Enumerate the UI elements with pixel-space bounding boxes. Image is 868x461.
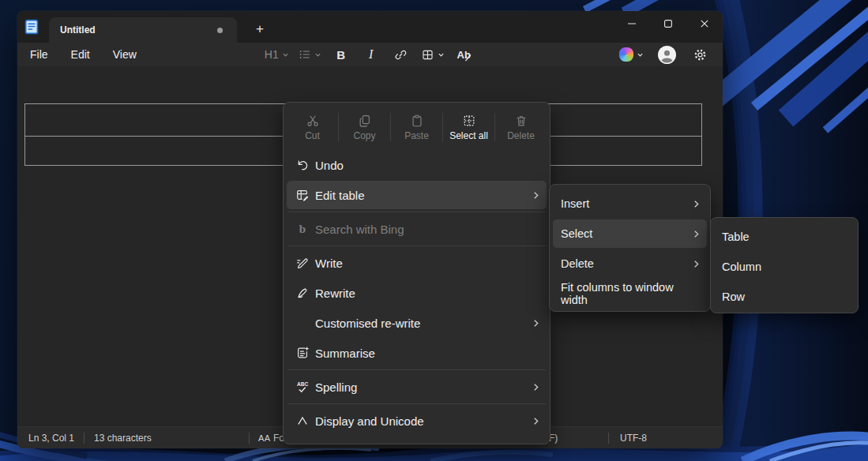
menu-file[interactable]: File <box>20 45 58 64</box>
link-icon <box>394 48 408 62</box>
summarise-icon <box>295 346 310 360</box>
chevron-down-icon <box>438 51 445 58</box>
select-all-icon <box>462 114 476 128</box>
tab-untitled[interactable]: Untitled <box>49 17 237 43</box>
cut-icon <box>306 114 320 128</box>
submenu-item-column[interactable]: Column <box>714 253 855 281</box>
chevron-right-icon <box>692 200 701 208</box>
chevron-down-icon <box>637 51 644 58</box>
edit-table-icon <box>295 188 310 202</box>
bold-icon: B <box>336 48 345 62</box>
menu-edit[interactable]: Edit <box>61 45 100 64</box>
context-menu: Cut Copy Paste Select all <box>283 102 550 444</box>
clear-formatting-icon: Ab <box>457 49 471 61</box>
delete-icon <box>514 114 528 128</box>
paste-icon <box>410 114 424 128</box>
copilot-icon <box>619 47 633 62</box>
unsaved-indicator-dot <box>217 28 223 33</box>
menu-item-customised-rewrite[interactable]: Customised re-write <box>287 309 547 337</box>
menu-separator <box>287 403 546 404</box>
undo-icon <box>295 158 310 172</box>
caret-icon <box>295 414 310 428</box>
italic-icon: I <box>369 47 373 62</box>
toolbar-right-group <box>614 45 715 64</box>
menu-separator <box>287 369 546 370</box>
rewrite-pen-icon <box>295 286 310 300</box>
write-pencil-icon <box>295 256 310 270</box>
character-count: 13 characters <box>94 433 152 444</box>
copilot-dropdown[interactable] <box>619 45 644 64</box>
menu-view[interactable]: View <box>103 45 147 64</box>
menu-item-spelling[interactable]: ABC Spelling <box>287 373 547 401</box>
close-button[interactable] <box>686 11 723 36</box>
avatar-icon <box>658 46 676 64</box>
menu-item-edit-table[interactable]: Edit table <box>287 181 547 209</box>
cut-button[interactable]: Cut <box>287 106 338 148</box>
close-icon <box>701 20 708 28</box>
maximize-icon <box>664 20 672 28</box>
maximize-button[interactable] <box>650 11 686 36</box>
notepad-app-icon <box>24 19 39 35</box>
tab-title: Untitled <box>60 24 96 36</box>
heading-style-label: H1 <box>265 48 279 61</box>
chevron-down-icon <box>314 51 321 58</box>
menu-item-search-with-bing[interactable]: b Search with Bing <box>287 215 547 243</box>
status-divider <box>84 433 85 444</box>
formatting-icon: AA <box>258 433 271 443</box>
settings-button[interactable] <box>690 45 710 64</box>
submenu-item-table[interactable]: Table <box>714 223 855 251</box>
menu-separator <box>287 245 546 246</box>
italic-button[interactable]: I <box>361 45 381 64</box>
menu-item-undo[interactable]: Undo <box>287 151 547 179</box>
status-divider <box>249 433 250 444</box>
copy-button[interactable]: Copy <box>339 106 390 148</box>
new-tab-button[interactable]: + <box>248 17 272 41</box>
chevron-right-icon <box>692 230 701 238</box>
minimize-button[interactable] <box>614 11 650 36</box>
bing-icon: b <box>295 223 310 236</box>
submenu-item-select[interactable]: Select <box>553 219 707 248</box>
chevron-right-icon <box>532 319 540 328</box>
submenu-item-delete[interactable]: Delete <box>553 249 707 278</box>
menu-item-display-and-unicode[interactable]: Display and Unicode <box>287 407 547 435</box>
menu-separator <box>287 212 546 212</box>
caption-buttons <box>614 11 723 36</box>
submenu-item-row[interactable]: Row <box>714 283 855 311</box>
select-all-button[interactable]: Select all <box>443 106 494 148</box>
bold-button[interactable]: B <box>331 45 351 64</box>
delete-button[interactable]: Delete <box>495 106 547 148</box>
paste-button[interactable]: Paste <box>391 106 442 148</box>
clear-formatting-button[interactable]: Ab <box>454 45 475 64</box>
status-divider <box>608 433 609 444</box>
account-button[interactable] <box>656 45 677 64</box>
chevron-down-icon <box>282 51 289 58</box>
table-icon <box>421 48 434 62</box>
copy-icon <box>358 114 372 128</box>
heading-style-dropdown[interactable]: H1 <box>265 45 289 64</box>
list-icon <box>299 48 311 61</box>
submenu-item-fit-columns[interactable]: Fit columns to window width <box>553 279 707 308</box>
svg-text:ABC: ABC <box>296 380 308 386</box>
format-toolbar: H1 B I <box>260 45 479 64</box>
encoding[interactable]: UTF-8 <box>620 433 647 444</box>
link-button[interactable] <box>391 45 411 64</box>
context-menu-actions-row: Cut Copy Paste Select all <box>287 106 547 148</box>
menu-item-summarise[interactable]: Summarise <box>287 339 547 367</box>
chevron-right-icon <box>532 383 540 392</box>
gear-icon <box>693 48 707 62</box>
title-bar: Untitled + <box>17 11 723 43</box>
list-style-dropdown[interactable] <box>299 45 321 64</box>
menu-item-write[interactable]: Write <box>287 249 547 277</box>
insert-table-dropdown[interactable] <box>421 45 445 64</box>
spelling-icon: ABC <box>295 380 310 395</box>
cursor-position: Ln 3, Col 1 <box>28 433 74 444</box>
menu-bar: File Edit View H1 B <box>17 43 723 66</box>
edit-table-submenu: Insert Select Delete Fit columns to wind… <box>549 184 711 312</box>
menu-item-rewrite[interactable]: Rewrite <box>287 279 547 307</box>
chevron-right-icon <box>692 260 701 268</box>
select-submenu: Table Column Row <box>710 217 859 313</box>
chevron-right-icon <box>532 417 540 425</box>
submenu-item-insert[interactable]: Insert <box>553 189 707 218</box>
chevron-right-icon <box>532 191 540 200</box>
minimize-icon <box>628 20 636 28</box>
